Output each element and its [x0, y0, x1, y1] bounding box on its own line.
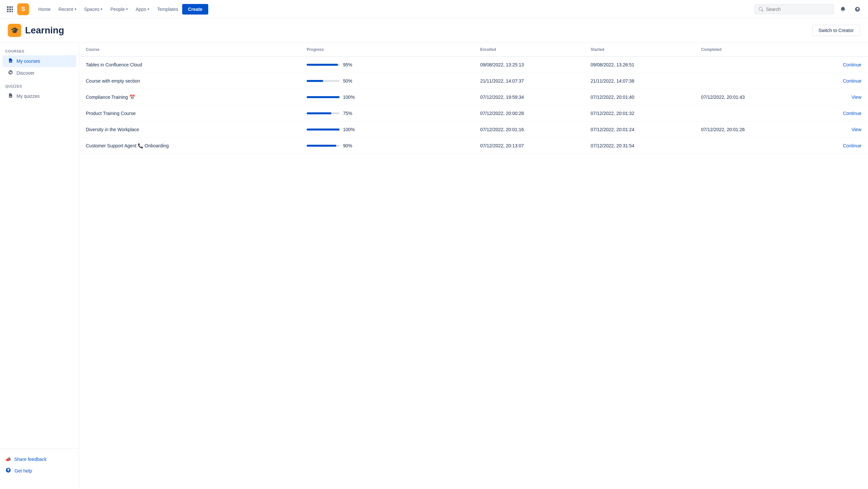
completed-cell — [694, 106, 805, 122]
col-header-action — [805, 42, 868, 57]
search-icon — [759, 7, 764, 11]
svg-rect-8 — [11, 11, 13, 12]
progress-bar-wrapper — [307, 80, 340, 82]
course-name-cell: Product Training Course — [79, 106, 300, 122]
sidebar-item-discover[interactable]: Discover — [3, 67, 76, 79]
progress-percentage: 95% — [343, 62, 355, 67]
enrolled-cell: 21/11/2022, 14:07:37 — [474, 73, 584, 89]
spaces-chevron: ▾ — [101, 7, 102, 11]
main-content: Course Progress Enrolled Started Complet… — [79, 42, 868, 489]
create-button[interactable]: Create — [182, 4, 209, 15]
svg-rect-6 — [7, 11, 8, 12]
action-cell: Continue — [805, 106, 868, 122]
people-chevron: ▾ — [126, 7, 128, 11]
started-cell: 07/12/2022, 20:01:24 — [584, 122, 695, 138]
enrolled-cell: 07/12/2022, 19:59:34 — [474, 89, 584, 106]
progress-cell: 100% — [300, 89, 474, 106]
progress-bar-wrapper — [307, 145, 340, 147]
progress-bar-fill — [307, 128, 340, 131]
table-row: Customer Support Agent 📞 Onboarding 90% … — [79, 138, 868, 154]
enrolled-cell: 09/08/2022, 13:25:13 — [474, 57, 584, 73]
nav-recent[interactable]: Recent ▾ — [55, 4, 80, 15]
continue-link[interactable]: Continue — [843, 143, 861, 148]
enrolled-cell: 07/12/2022, 20:13:07 — [474, 138, 584, 154]
search-input[interactable] — [766, 7, 829, 12]
svg-rect-4 — [9, 8, 11, 10]
course-name-cell: Compliance Training 📅 — [79, 89, 300, 106]
quizzes-section: QUIZZES My quizzes — [0, 84, 79, 102]
nav-people[interactable]: People ▾ — [106, 4, 132, 15]
table-row: Compliance Training 📅 100% 07/12/2022, 1… — [79, 89, 868, 106]
page-header-left: 🎓 Learning — [8, 24, 64, 37]
progress-percentage: 50% — [343, 78, 355, 84]
courses-table: Course Progress Enrolled Started Complet… — [79, 42, 868, 154]
switch-to-creator-button[interactable]: Switch to Creator — [812, 25, 860, 36]
svg-rect-1 — [9, 6, 11, 8]
action-cell: Continue — [805, 57, 868, 73]
started-cell: 07/12/2022, 20:01:40 — [584, 89, 695, 106]
svg-rect-2 — [11, 6, 13, 8]
course-name-cell: Tables in Confluence Cloud — [79, 57, 300, 73]
table-row: Tables in Confluence Cloud 95% 09/08/202… — [79, 57, 868, 73]
page-title: Learning — [25, 25, 64, 36]
completed-cell — [694, 57, 805, 73]
sidebar-top: COURSES My courses Discover — [0, 49, 79, 107]
topnav-right — [754, 4, 863, 15]
progress-percentage: 100% — [343, 127, 355, 132]
courses-section: COURSES My courses Discover — [0, 49, 79, 79]
enrolled-cell: 07/12/2022, 20:00:28 — [474, 106, 584, 122]
progress-cell: 95% — [300, 57, 474, 73]
sidebar-item-my-quizzes[interactable]: My quizzes — [3, 90, 76, 102]
table-row: Diversity in the Workplace 100% 07/12/20… — [79, 122, 868, 138]
get-help-item[interactable]: Get help — [0, 465, 79, 477]
app-logo[interactable]: S — [17, 3, 29, 15]
action-cell: View — [805, 89, 868, 106]
nav-templates[interactable]: Templates — [153, 4, 182, 15]
progress-bar-wrapper — [307, 64, 340, 66]
view-link[interactable]: View — [851, 94, 861, 100]
share-feedback-label: Share feedback — [14, 457, 46, 462]
action-cell: Continue — [805, 73, 868, 89]
share-feedback-item[interactable]: 📣 Share feedback — [0, 454, 79, 465]
col-header-completed: Completed — [694, 42, 805, 57]
help-icon[interactable] — [852, 4, 863, 15]
search-box[interactable] — [754, 4, 834, 14]
progress-percentage: 90% — [343, 143, 355, 148]
continue-link[interactable]: Continue — [843, 78, 861, 84]
col-header-enrolled: Enrolled — [474, 42, 584, 57]
completed-cell — [694, 73, 805, 89]
apps-chevron: ▾ — [148, 7, 149, 11]
nav-home[interactable]: Home — [34, 4, 55, 15]
main-layout: COURSES My courses Discover — [0, 42, 868, 489]
courses-section-label: COURSES — [0, 49, 79, 53]
course-name-cell: Customer Support Agent 📞 Onboarding — [79, 138, 300, 154]
compass-icon — [8, 70, 13, 76]
nav-spaces[interactable]: Spaces ▾ — [80, 4, 106, 15]
learning-icon: 🎓 — [8, 24, 21, 37]
my-quizzes-label: My quizzes — [17, 93, 40, 99]
notifications-bell[interactable] — [838, 4, 848, 15]
get-help-label: Get help — [14, 468, 32, 473]
completed-cell: 07/12/2022, 20:01:43 — [694, 89, 805, 106]
continue-link[interactable]: Continue — [843, 111, 861, 116]
view-link[interactable]: View — [851, 127, 861, 132]
completed-cell: 07/12/2022, 20:01:26 — [694, 122, 805, 138]
feedback-icon: 📣 — [5, 457, 11, 462]
progress-bar-fill — [307, 96, 340, 98]
col-header-progress: Progress — [300, 42, 474, 57]
progress-cell: 75% — [300, 106, 474, 122]
table-row: Product Training Course 75% 07/12/2022, … — [79, 106, 868, 122]
sidebar-item-my-courses[interactable]: My courses — [3, 55, 76, 67]
progress-percentage: 100% — [343, 94, 355, 100]
document-icon — [8, 58, 13, 64]
my-courses-label: My courses — [17, 58, 40, 64]
help-circle-icon — [5, 467, 11, 474]
progress-cell: 100% — [300, 122, 474, 138]
grid-icon[interactable] — [5, 5, 14, 14]
recent-chevron: ▾ — [74, 7, 76, 11]
continue-link[interactable]: Continue — [843, 62, 861, 67]
discover-label: Discover — [17, 70, 34, 76]
progress-cell: 90% — [300, 138, 474, 154]
nav-apps[interactable]: Apps ▾ — [132, 4, 153, 15]
table-row: Course with empty section 50% 21/11/2022… — [79, 73, 868, 89]
